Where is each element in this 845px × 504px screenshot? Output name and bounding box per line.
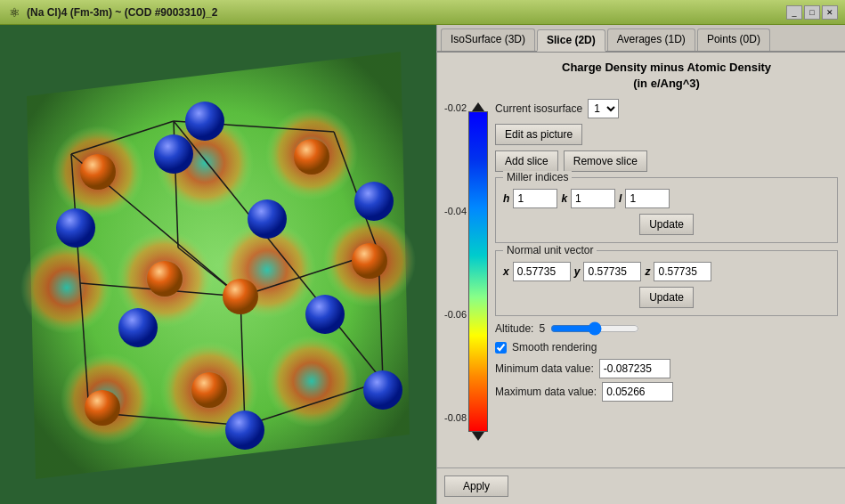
main-content: IsoSurface (3D) Slice (2D) Averages (1D)… [0,25,845,504]
max-data-row: Maximum data value: [495,382,838,402]
svg-point-37 [118,308,158,347]
maximize-button[interactable]: □ [804,5,820,20]
miller-row: h k l [503,189,830,208]
smooth-rendering-label: Smooth rendering [512,341,597,354]
svg-point-33 [56,208,95,248]
tab-isosurface[interactable]: IsoSurface (3D) [441,28,535,51]
tick-1: -0.02 [444,102,467,113]
normal-z-label: z [645,265,650,278]
svg-point-38 [305,295,345,334]
right-controls: Charge Density minus Atomic Density (in … [492,60,838,441]
svg-point-36 [354,182,394,221]
miller-h-input[interactable] [513,189,557,208]
close-button[interactable]: ✕ [822,5,838,20]
miller-l-input[interactable] [625,189,670,208]
window-controls: _ □ ✕ [786,5,838,20]
miller-update-row: Update [503,214,830,235]
svg-point-31 [85,390,120,426]
viz-canvas [0,25,436,504]
tick-labels: -0.02 -0.04 -0.06 -0.08 [444,102,468,423]
altitude-value: 5 [539,322,545,335]
isosurface-select[interactable]: 1 2 [588,99,619,118]
apply-button[interactable]: Apply [444,476,508,497]
miller-l-label: l [619,192,622,205]
altitude-label: Altitude: [495,322,533,335]
colorbar-arrow-bottom [472,432,484,441]
smooth-rendering-row: Smooth rendering [495,341,838,354]
normal-update-button[interactable]: Update [639,287,694,308]
colorbar [468,111,488,432]
edit-as-picture-button[interactable]: Edit as picture [495,124,582,145]
tab-slice[interactable]: Slice (2D) [537,29,605,52]
isosurface-row: Current isosurface 1 2 [495,99,838,118]
minimize-button[interactable]: _ [786,5,802,20]
miller-group-title: Miller indices [503,171,572,183]
svg-point-27 [294,139,329,175]
min-data-label: Minimum data value: [495,362,594,375]
svg-point-10 [265,335,358,427]
svg-point-32 [185,102,224,141]
title-bar: ⚛ (Na Cl)4 (Fm-3m) ~ (COD #9003310)_2 _ … [0,0,845,25]
tab-points[interactable]: Points (0D) [697,28,770,51]
svg-point-34 [248,199,287,239]
normal-x-input[interactable] [513,262,571,281]
panel-content: -0.02 -0.04 -0.06 -0.08 [437,53,845,467]
normal-group: Normal unit vector x y z Update [495,250,838,316]
tabs-container: IsoSurface (3D) Slice (2D) Averages (1D)… [437,25,845,53]
window-title: (Na Cl)4 (Fm-3m) ~ (COD #9003310)_2 [27,6,217,19]
altitude-slider[interactable] [550,321,639,336]
tick-3: -0.06 [444,309,467,320]
normal-y-input[interactable] [583,262,641,281]
tick-2: -0.04 [444,206,467,216]
normal-group-title: Normal unit vector [503,244,597,256]
max-data-input[interactable] [602,382,673,402]
content-area: -0.02 -0.04 -0.06 -0.08 [444,60,838,441]
slice-buttons-row: Add slice Remove slice [495,150,838,172]
altitude-row: Altitude: 5 [495,321,838,336]
smooth-rendering-checkbox[interactable] [495,342,507,354]
svg-point-40 [363,370,402,410]
miller-k-label: k [561,192,567,205]
miller-k-input[interactable] [571,189,615,208]
miller-update-button[interactable]: Update [639,214,694,235]
tick-4: -0.08 [444,412,467,423]
normal-x-label: x [503,265,509,278]
colorbar-arrow-top [472,102,484,111]
chart-title: Charge Density minus Atomic Density (in … [495,60,838,92]
svg-point-28 [147,261,183,297]
svg-point-41 [223,279,258,314]
min-data-input[interactable] [599,359,670,378]
normal-update-row: Update [503,287,830,308]
colorbar-widget [468,102,488,441]
add-slice-button[interactable]: Add slice [495,150,558,172]
min-data-row: Minimum data value: [495,359,838,378]
remove-slice-button[interactable]: Remove slice [564,150,647,172]
tab-averages[interactable]: Averages (1D) [607,28,695,51]
edit-picture-row: Edit as picture [495,124,838,145]
isosurface-label: Current isosurface [495,102,582,115]
svg-point-29 [352,243,387,279]
svg-point-26 [80,154,116,190]
max-data-label: Maximum data value: [495,386,597,398]
miller-group: Miller indices h k l Update [495,177,838,243]
normal-row: x y z [503,262,830,281]
normal-y-label: y [574,265,581,278]
svg-point-35 [154,134,193,174]
miller-h-label: h [503,192,509,205]
right-panel: IsoSurface (3D) Slice (2D) Averages (1D)… [436,25,845,504]
svg-point-39 [225,411,264,450]
svg-point-4 [20,241,113,334]
normal-z-input[interactable] [654,262,711,281]
svg-point-30 [191,372,227,408]
viz-panel [0,25,436,504]
colorbar-area: -0.02 -0.04 -0.06 -0.08 [444,60,488,441]
app-icon: ⚛ [7,5,21,20]
bottom-bar: Apply [437,467,845,504]
